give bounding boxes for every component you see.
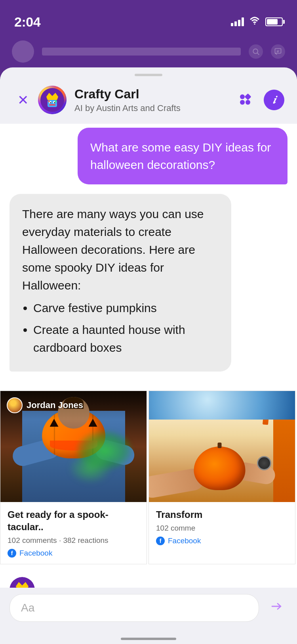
battery-icon [265, 17, 283, 26]
card-overlay-1: Jordan Jones [0, 391, 147, 420]
drag-handle[interactable] [0, 67, 297, 79]
send-button[interactable] [265, 597, 287, 619]
signal-icon [231, 17, 244, 26]
card-title-1: Get ready for a spook-tacular.. [8, 508, 139, 533]
card-title-2: Transform [156, 508, 288, 521]
svg-point-0 [254, 23, 255, 25]
card-image-2: Jade [149, 391, 295, 502]
chat-area: What are some easy DIY ideas for hallowe… [0, 124, 297, 391]
background-peek [0, 36, 297, 67]
facebook-icon-2: f [156, 537, 165, 545]
card-avatar-1 [7, 397, 23, 413]
input-row: Aa [0, 588, 297, 644]
bot-avatar [38, 86, 67, 114]
card-avatar-2 [155, 397, 171, 413]
bot-message: There are many ways you can use everyday… [10, 194, 287, 372]
card-overlay-2: Jade [149, 391, 295, 420]
bot-info: Crafty Carl AI by Austin Arts and Crafts [74, 86, 235, 113]
bot-avatar-image [38, 86, 67, 114]
send-icon [269, 599, 284, 617]
svg-rect-14 [49, 104, 55, 105]
card-username-1: Jordan Jones [27, 400, 83, 410]
info-icon: 𝑖 [272, 94, 276, 107]
main-card: ✕ [0, 67, 297, 644]
svg-point-18 [246, 100, 250, 105]
content-cards: Jordan Jones Get ready for a spook-tacul… [0, 391, 297, 571]
status-bar: 2:04 [0, 0, 297, 36]
search-icon [249, 44, 263, 59]
card-meta-1: 102 comments · 382 reactions [8, 536, 139, 545]
header-actions: 𝑖 [235, 90, 284, 110]
svg-point-1 [253, 49, 258, 54]
wifi-icon [249, 17, 260, 27]
home-indicator [121, 638, 176, 640]
svg-point-17 [240, 100, 245, 105]
bullet-2: Create a haunted house with cardboard bo… [33, 321, 219, 356]
card-source-2: f Facebook [156, 537, 288, 545]
grid-menu-button[interactable] [235, 90, 256, 110]
facebook-icon-1: f [8, 549, 16, 558]
close-icon: ✕ [17, 92, 29, 108]
status-time: 2:04 [14, 14, 40, 30]
svg-line-2 [257, 53, 259, 55]
card-meta-2: 102 comme [156, 524, 288, 533]
compose-icon [271, 44, 285, 59]
bot-bullet-list: Carve festive pumpkins Create a haunted … [22, 299, 219, 356]
svg-rect-20 [245, 94, 251, 100]
user-bubble: What are some easy DIY ideas for hallowe… [78, 128, 287, 184]
bot-bubble: There are many ways you can use everyday… [10, 194, 231, 372]
svg-rect-16 [55, 100, 57, 102]
bg-avatar [12, 40, 34, 63]
card-content-2: Transform 102 comme f Facebook [149, 502, 295, 552]
chat-header: ✕ [0, 79, 297, 124]
status-icons [231, 17, 283, 27]
bot-subtitle: AI by Austin Arts and Crafts [74, 103, 235, 113]
info-button[interactable]: 𝑖 [264, 90, 284, 110]
card-source-1: f Facebook [8, 549, 139, 558]
svg-point-19 [240, 94, 245, 99]
bullet-1: Carve festive pumpkins [33, 299, 219, 317]
user-message: What are some easy DIY ideas for hallowe… [10, 128, 287, 184]
card-image-1: Jordan Jones [0, 391, 147, 502]
close-button[interactable]: ✕ [13, 90, 33, 110]
svg-point-12 [50, 102, 51, 104]
bot-name: Crafty Carl [74, 86, 235, 102]
content-card-1[interactable]: Jordan Jones Get ready for a spook-tacul… [0, 391, 147, 564]
card-content-1: Get ready for a spook-tacular.. 102 comm… [0, 502, 147, 564]
content-card-2[interactable]: Jade Transform 102 comme f Facebook [148, 391, 295, 564]
bg-text [42, 48, 241, 56]
message-input[interactable]: Aa [21, 602, 34, 614]
svg-rect-15 [48, 100, 50, 102]
drag-handle-bar [135, 74, 162, 76]
message-input-container[interactable]: Aa [10, 594, 259, 622]
